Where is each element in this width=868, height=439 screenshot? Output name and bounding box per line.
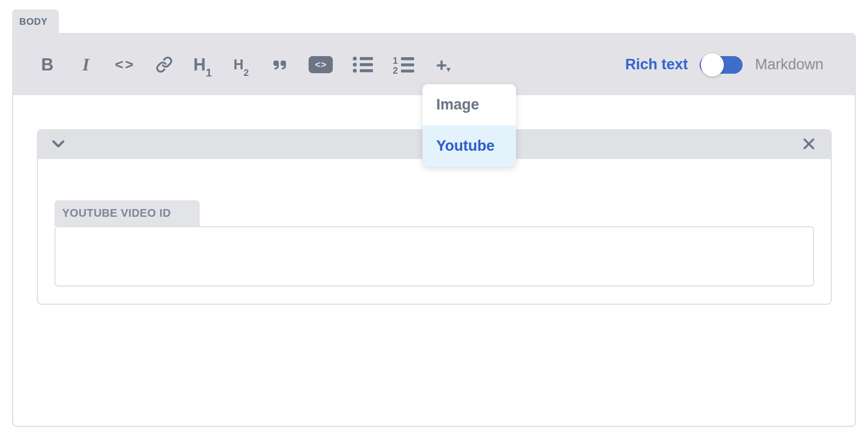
chevron-down-icon: ▾ [447, 64, 451, 74]
italic-button[interactable]: I [76, 51, 95, 79]
plus-icon: + [436, 56, 447, 74]
bold-button[interactable]: B [38, 51, 57, 79]
close-icon [801, 136, 816, 153]
ordered-list-button[interactable]: 1 2 [393, 51, 414, 79]
italic-icon: I [83, 55, 89, 75]
insert-menu: Image Youtube [422, 84, 516, 167]
insert-block-button[interactable]: + ▾ [434, 51, 453, 79]
markdown-label: Markdown [755, 56, 823, 73]
editor-mode-toggle-group: Rich text Markdown [625, 56, 823, 74]
youtube-video-id-label: YOUTUBE VIDEO ID [54, 200, 200, 226]
link-button[interactable] [155, 51, 173, 79]
body-field-tab[interactable]: BODY [12, 9, 59, 34]
bold-icon: B [41, 55, 53, 75]
svg-text:1: 1 [393, 56, 398, 65]
mode-toggle-switch[interactable] [700, 56, 743, 74]
menu-item-image[interactable]: Image [422, 84, 516, 125]
code-block-icon: <> [309, 56, 333, 73]
link-icon [156, 56, 173, 73]
svg-text:2: 2 [393, 65, 398, 74]
inline-code-button[interactable]: <> [115, 51, 135, 79]
ordered-list-icon: 1 2 [393, 56, 414, 74]
youtube-video-id-input[interactable] [54, 226, 814, 287]
code-block-button[interactable]: <> [309, 51, 333, 79]
h1-icon: H [194, 56, 206, 73]
collapse-block-button[interactable] [50, 137, 67, 153]
blockquote-icon [271, 58, 289, 72]
menu-item-youtube[interactable]: Youtube [422, 125, 516, 167]
chevron-down-icon [50, 137, 67, 153]
remove-block-button[interactable] [801, 136, 816, 153]
blockquote-button[interactable] [270, 51, 289, 79]
toggle-knob[interactable] [701, 53, 724, 76]
embed-block-body: YOUTUBE VIDEO ID [38, 159, 831, 287]
h2-icon: H [234, 58, 244, 72]
heading-2-button[interactable]: H 2 [232, 51, 250, 79]
body-field-tab-label: BODY [19, 17, 48, 28]
bullet-list-button[interactable] [353, 51, 373, 79]
inline-code-icon: <> [115, 56, 135, 73]
heading-1-button[interactable]: H 1 [193, 51, 212, 79]
rich-text-label: Rich text [625, 56, 688, 73]
bullet-list-icon [353, 56, 373, 73]
